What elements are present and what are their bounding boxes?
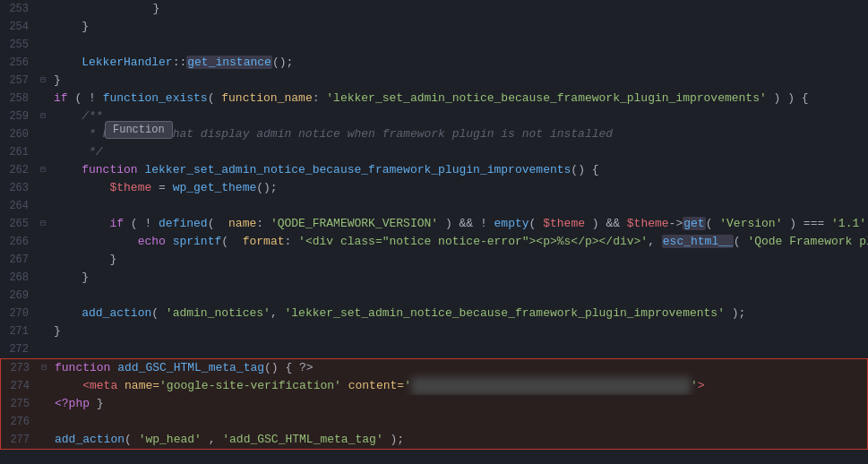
highlighted-code-block: 273 ⊟ function add_GSC_HTML_meta_tag() {…: [0, 358, 868, 450]
line-num-277: 277: [1, 431, 37, 449]
line-num-264: 264: [0, 197, 36, 215]
code-line-262: 262 ⊟ function lekker_set_admin_notice_b…: [0, 161, 868, 179]
code-266: echo sprintf( format: '<div class="notic…: [50, 233, 868, 251]
code-277: add_action( 'wp_head' , 'add_GSC_HTML_me…: [51, 431, 867, 449]
code-line-268: 268 }: [0, 269, 868, 287]
code-line-276: 276: [1, 413, 867, 431]
line-num-274: 274: [1, 377, 37, 395]
code-line-254: 254 }: [0, 18, 868, 36]
fold-273: ⊟: [37, 359, 51, 377]
line-num-259: 259: [0, 107, 36, 125]
code-274: <meta name='google-site-verification' co…: [51, 377, 867, 395]
code-line-274: 274 <meta name='google-site-verification…: [1, 377, 867, 395]
code-line-264: 264: [0, 197, 868, 215]
line-num-254: 254: [0, 18, 36, 36]
code-line-259: 259 ⊟ /**: [0, 107, 868, 125]
code-line-258: 258 if ( ! function_exists( function_nam…: [0, 90, 868, 107]
code-265: if ( ! defined( name: 'QODE_FRAMEWORK_VE…: [50, 215, 868, 233]
code-line-267: 267 }: [0, 251, 868, 269]
line-num-271: 271: [0, 322, 36, 340]
code-line-253: 253 }: [0, 0, 868, 18]
code-line-256: 256 LekkerHandler::get_instance();: [0, 54, 868, 72]
code-line-261: 261 */: [0, 143, 868, 161]
code-line-265: 265 ⊟ if ( ! defined( name: 'QODE_FRAMEW…: [0, 215, 868, 233]
line-num-265: 265: [0, 215, 36, 233]
code-line-275: 275 <?php }: [1, 395, 867, 413]
code-263: $theme = wp_get_theme();: [50, 179, 868, 197]
line-num-263: 263: [0, 179, 36, 197]
code-line-263: 263 $theme = wp_get_theme();: [0, 179, 868, 197]
code-line-273: 273 ⊟ function add_GSC_HTML_meta_tag() {…: [1, 359, 867, 377]
line-num-261: 261: [0, 143, 36, 161]
fold-257: ⊟: [36, 72, 50, 90]
fold-259: ⊟: [36, 107, 50, 125]
code-261: */: [50, 143, 868, 161]
code-line-277: 277 add_action( 'wp_head' , 'add_GSC_HTM…: [1, 431, 867, 449]
code-253: }: [50, 0, 868, 18]
code-262: function lekker_set_admin_notice_because…: [50, 161, 868, 179]
code-270: add_action( 'admin_notices', 'lekker_set…: [50, 305, 868, 322]
line-num-273: 273: [1, 359, 37, 377]
code-line-269: 269: [0, 287, 868, 305]
line-num-258: 258: [0, 90, 36, 107]
line-num-257: 257: [0, 72, 36, 90]
line-num-260: 260: [0, 125, 36, 143]
line-num-262: 262: [0, 161, 36, 179]
code-line-260: 260 * Function that display admin notice…: [0, 125, 868, 143]
line-num-269: 269: [0, 287, 36, 305]
line-num-270: 270: [0, 305, 36, 322]
fold-262: ⊟: [36, 161, 50, 179]
code-268: }: [50, 269, 868, 287]
code-259: /**: [50, 107, 868, 125]
line-num-253: 253: [0, 0, 36, 18]
line-num-266: 266: [0, 233, 36, 251]
code-267: }: [50, 251, 868, 269]
code-275: <?php }: [51, 395, 867, 413]
line-num-268: 268: [0, 269, 36, 287]
code-line-255: 255: [0, 36, 868, 54]
line-num-267: 267: [0, 251, 36, 269]
code-257: }: [50, 72, 868, 90]
code-254: }: [50, 18, 868, 36]
line-num-255: 255: [0, 36, 36, 54]
code-line-257: 257 ⊟ }: [0, 72, 868, 90]
fold-265: ⊟: [36, 215, 50, 233]
code-line-270: 270 add_action( 'admin_notices', 'lekker…: [0, 305, 868, 322]
code-273: function add_GSC_HTML_meta_tag() { ?>: [51, 359, 867, 377]
line-num-275: 275: [1, 395, 37, 413]
code-258: if ( ! function_exists( function_name: '…: [50, 90, 868, 107]
code-line-272: 272: [0, 340, 868, 358]
line-num-272: 272: [0, 340, 36, 358]
line-num-256: 256: [0, 54, 36, 72]
code-line-271: 271 }: [0, 322, 868, 340]
code-editor: 253 } 254 } 255 256 LekkerHandler::get_i…: [0, 0, 868, 464]
line-num-276: 276: [1, 413, 37, 431]
code-260: * Function that display admin notice whe…: [50, 125, 868, 143]
code-271: }: [50, 322, 868, 340]
code-line-266: 266 echo sprintf( format: '<div class="n…: [0, 233, 868, 251]
code-256: LekkerHandler::get_instance();: [50, 54, 868, 72]
